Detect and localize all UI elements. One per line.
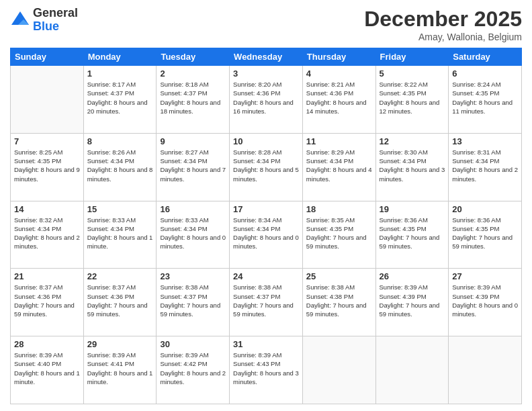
day-number: 3 [233,68,299,79]
day-cell [11,66,84,134]
day-number: 24 [233,271,299,281]
day-number: 14 [14,204,80,214]
day-info: Sunrise: 8:36 AMSunset: 4:35 PMDaylight:… [452,216,518,251]
week-row-0: 1Sunrise: 8:17 AMSunset: 4:37 PMDaylight… [11,66,522,134]
day-info: Sunrise: 8:36 AMSunset: 4:35 PMDaylight:… [380,216,445,251]
week-row-4: 28Sunrise: 8:39 AMSunset: 4:40 PMDayligh… [11,336,522,404]
day-info: Sunrise: 8:38 AMSunset: 4:38 PMDaylight:… [306,283,372,318]
day-cell: 17Sunrise: 8:34 AMSunset: 4:34 PMDayligh… [230,201,303,269]
day-cell: 12Sunrise: 8:30 AMSunset: 4:34 PMDayligh… [375,133,449,201]
day-number: 13 [452,136,518,146]
day-cell: 11Sunrise: 8:29 AMSunset: 4:34 PMDayligh… [302,133,375,201]
day-number: 19 [380,204,445,214]
location: Amay, Wallonia, Belgium [364,32,522,42]
title-block: December 2025 Amay, Wallonia, Belgium [364,7,522,42]
day-cell: 9Sunrise: 8:27 AMSunset: 4:34 PMDaylight… [157,133,230,201]
header-row: Sunday Monday Tuesday Wednesday Thursday… [11,48,522,66]
col-monday: Monday [83,48,157,66]
header: General Blue December 2025 Amay, Walloni… [10,7,522,42]
day-info: Sunrise: 8:27 AMSunset: 4:34 PMDaylight:… [160,148,226,183]
day-cell: 16Sunrise: 8:33 AMSunset: 4:34 PMDayligh… [157,201,230,269]
day-info: Sunrise: 8:29 AMSunset: 4:34 PMDaylight:… [306,148,372,183]
day-info: Sunrise: 8:38 AMSunset: 4:37 PMDaylight:… [160,283,226,318]
day-number: 2 [160,68,226,79]
day-info: Sunrise: 8:33 AMSunset: 4:34 PMDaylight:… [160,216,226,251]
day-cell: 26Sunrise: 8:39 AMSunset: 4:39 PMDayligh… [375,269,449,336]
col-friday: Friday [375,48,449,66]
day-cell [449,336,522,404]
logo: General Blue [10,7,78,34]
day-cell: 5Sunrise: 8:22 AMSunset: 4:35 PMDaylight… [375,66,449,134]
day-number: 4 [306,68,372,79]
day-info: Sunrise: 8:39 AMSunset: 4:39 PMDaylight:… [380,283,445,318]
day-number: 26 [380,271,445,281]
day-cell: 3Sunrise: 8:20 AMSunset: 4:36 PMDaylight… [230,66,303,134]
day-number: 31 [233,339,299,349]
day-number: 25 [306,271,372,281]
day-cell: 4Sunrise: 8:21 AMSunset: 4:36 PMDaylight… [302,66,375,134]
day-info: Sunrise: 8:18 AMSunset: 4:37 PMDaylight:… [160,80,226,116]
day-info: Sunrise: 8:17 AMSunset: 4:37 PMDaylight:… [87,80,153,116]
col-tuesday: Tuesday [157,48,230,66]
day-cell: 23Sunrise: 8:38 AMSunset: 4:37 PMDayligh… [157,269,230,336]
day-info: Sunrise: 8:21 AMSunset: 4:36 PMDaylight:… [306,80,372,116]
day-cell: 19Sunrise: 8:36 AMSunset: 4:35 PMDayligh… [375,201,449,269]
col-sunday: Sunday [11,48,84,66]
day-number: 8 [87,136,153,146]
col-wednesday: Wednesday [230,48,303,66]
day-number: 21 [14,271,80,281]
day-info: Sunrise: 8:39 AMSunset: 4:40 PMDaylight:… [14,351,80,386]
logo-icon [10,10,30,30]
day-number: 22 [87,271,153,281]
logo-general: General [33,7,78,20]
day-cell: 15Sunrise: 8:33 AMSunset: 4:34 PMDayligh… [83,201,157,269]
day-cell: 28Sunrise: 8:39 AMSunset: 4:40 PMDayligh… [11,336,84,404]
day-cell: 18Sunrise: 8:35 AMSunset: 4:35 PMDayligh… [302,201,375,269]
day-cell: 13Sunrise: 8:31 AMSunset: 4:34 PMDayligh… [449,133,522,201]
logo-blue: Blue [33,20,78,34]
day-info: Sunrise: 8:24 AMSunset: 4:35 PMDaylight:… [452,80,518,116]
day-number: 1 [87,68,153,79]
day-number: 11 [306,136,372,146]
day-info: Sunrise: 8:20 AMSunset: 4:36 PMDaylight:… [233,80,299,116]
day-number: 30 [160,339,226,349]
day-number: 20 [452,204,518,214]
calendar-table: Sunday Monday Tuesday Wednesday Thursday… [10,48,522,404]
day-info: Sunrise: 8:39 AMSunset: 4:39 PMDaylight:… [452,283,518,318]
day-info: Sunrise: 8:39 AMSunset: 4:43 PMDaylight:… [233,351,299,386]
day-info: Sunrise: 8:26 AMSunset: 4:34 PMDaylight:… [87,148,153,183]
month-title: December 2025 [364,7,522,32]
day-cell: 31Sunrise: 8:39 AMSunset: 4:43 PMDayligh… [230,336,303,404]
day-cell [302,336,375,404]
day-cell: 6Sunrise: 8:24 AMSunset: 4:35 PMDaylight… [449,66,522,134]
week-row-3: 21Sunrise: 8:37 AMSunset: 4:36 PMDayligh… [11,269,522,336]
day-number: 16 [160,204,226,214]
day-info: Sunrise: 8:34 AMSunset: 4:34 PMDaylight:… [233,216,299,251]
day-number: 29 [87,339,153,349]
day-cell: 7Sunrise: 8:25 AMSunset: 4:35 PMDaylight… [11,133,84,201]
day-info: Sunrise: 8:31 AMSunset: 4:34 PMDaylight:… [452,148,518,183]
day-cell: 25Sunrise: 8:38 AMSunset: 4:38 PMDayligh… [302,269,375,336]
day-cell: 21Sunrise: 8:37 AMSunset: 4:36 PMDayligh… [11,269,84,336]
day-info: Sunrise: 8:37 AMSunset: 4:36 PMDaylight:… [14,283,80,318]
day-cell: 29Sunrise: 8:39 AMSunset: 4:41 PMDayligh… [83,336,157,404]
day-number: 17 [233,204,299,214]
day-number: 27 [452,271,518,281]
day-cell: 14Sunrise: 8:32 AMSunset: 4:34 PMDayligh… [11,201,84,269]
day-cell: 27Sunrise: 8:39 AMSunset: 4:39 PMDayligh… [449,269,522,336]
day-cell: 1Sunrise: 8:17 AMSunset: 4:37 PMDaylight… [83,66,157,134]
day-info: Sunrise: 8:37 AMSunset: 4:36 PMDaylight:… [87,283,153,318]
day-cell: 2Sunrise: 8:18 AMSunset: 4:37 PMDaylight… [157,66,230,134]
day-cell: 8Sunrise: 8:26 AMSunset: 4:34 PMDaylight… [83,133,157,201]
day-number: 7 [14,136,80,146]
day-info: Sunrise: 8:38 AMSunset: 4:37 PMDaylight:… [233,283,299,318]
day-number: 28 [14,339,80,349]
day-cell: 10Sunrise: 8:28 AMSunset: 4:34 PMDayligh… [230,133,303,201]
day-cell [375,336,449,404]
day-cell: 24Sunrise: 8:38 AMSunset: 4:37 PMDayligh… [230,269,303,336]
week-row-2: 14Sunrise: 8:32 AMSunset: 4:34 PMDayligh… [11,201,522,269]
day-number: 5 [380,68,445,79]
day-info: Sunrise: 8:39 AMSunset: 4:42 PMDaylight:… [160,351,226,386]
day-number: 6 [452,68,518,79]
day-info: Sunrise: 8:35 AMSunset: 4:35 PMDaylight:… [306,216,372,251]
